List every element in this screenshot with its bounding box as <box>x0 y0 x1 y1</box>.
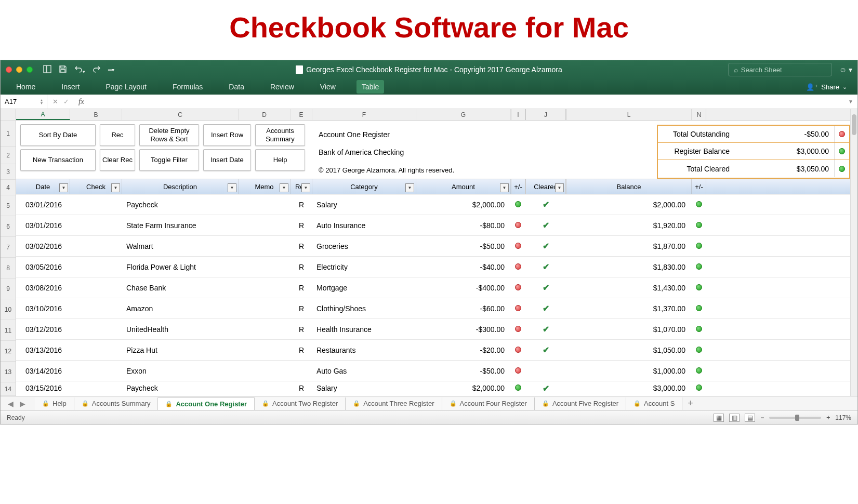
sheet-tab[interactable]: 🔒Account Four Register <box>442 397 535 410</box>
cell-cleared[interactable]: ✔ <box>525 324 566 334</box>
tab-table[interactable]: Table <box>357 80 384 94</box>
insert-row-button[interactable]: Insert Row <box>203 124 251 146</box>
page-layout-view-icon[interactable]: ▥ <box>729 414 740 422</box>
cell-description[interactable]: UnitedHealth <box>122 325 239 334</box>
cell-amount[interactable]: $2,000.00 <box>416 201 511 209</box>
autosave-icon[interactable] <box>43 65 51 75</box>
new-transaction-button[interactable]: New Transaction <box>20 149 96 171</box>
cell-rec[interactable]: R <box>291 325 312 334</box>
add-sheet-button[interactable]: + <box>682 398 698 409</box>
insert-date-button[interactable]: Insert Date <box>203 149 251 171</box>
tab-insert[interactable]: Insert <box>56 80 85 94</box>
sheet-tab[interactable]: 🔒Account Three Register <box>346 397 442 410</box>
table-row[interactable]: 03/05/2016Florida Power & LightRElectric… <box>16 257 850 277</box>
table-row[interactable]: 03/15/2016PaycheckRSalary$2,000.00✔$3,00… <box>16 381 850 395</box>
sheet-tab[interactable]: 🔒Account Five Register <box>535 397 626 410</box>
zoom-level[interactable]: 117% <box>835 414 851 421</box>
col-header[interactable]: G <box>416 109 511 120</box>
row-header[interactable]: 13 <box>1 362 16 382</box>
sheet-tab[interactable]: 🔒Help <box>35 397 74 410</box>
cell-amount[interactable]: -$300.00 <box>416 325 511 334</box>
sheet-tab[interactable]: 🔒Accounts Summary <box>74 397 159 410</box>
filter-icon[interactable]: ▼ <box>111 183 120 192</box>
tab-view[interactable]: View <box>315 80 341 94</box>
qat-customize-icon[interactable]: ═▾ <box>108 67 114 73</box>
cell-date[interactable]: 03/14/2016 <box>16 367 70 375</box>
cell-date[interactable]: 03/12/2016 <box>16 325 70 334</box>
redo-icon[interactable] <box>93 65 101 75</box>
cell-rec[interactable]: R <box>291 242 312 250</box>
col-header[interactable]: A <box>16 109 70 120</box>
filter-icon[interactable]: ▼ <box>280 183 288 192</box>
sheet-tab[interactable]: 🔒Account Two Register <box>255 397 346 410</box>
delete-empty-button[interactable]: Delete Empty Rows & Sort <box>139 124 199 146</box>
tab-data[interactable]: Data <box>223 80 249 94</box>
cell-amount[interactable]: -$50.00 <box>416 242 511 250</box>
row-header[interactable]: 3 <box>1 164 16 180</box>
cell-cleared[interactable]: ✔ <box>525 283 566 293</box>
cell-amount[interactable]: -$50.00 <box>416 367 511 375</box>
tab-nav-next[interactable]: ▶ <box>17 400 29 408</box>
row-header[interactable]: 7 <box>1 237 16 258</box>
table-row[interactable]: 03/08/2016Chase BankRMortgage-$400.00✔$1… <box>16 277 850 298</box>
cell-category[interactable]: Electricity <box>312 263 416 271</box>
cell-rec[interactable]: R <box>291 221 312 230</box>
row-header[interactable]: 9 <box>1 278 16 299</box>
th-rec[interactable]: Rec▼ <box>291 179 312 194</box>
th-cleared[interactable]: Cleared▼ <box>525 179 566 194</box>
help-button[interactable]: Help <box>255 149 305 171</box>
table-row[interactable]: 03/01/2016State Farm InsuranceRAuto Insu… <box>16 215 850 236</box>
cell-amount[interactable]: -$400.00 <box>416 284 511 292</box>
cell-category[interactable]: Mortgage <box>312 284 416 292</box>
select-all-corner[interactable] <box>1 109 16 121</box>
cell-category[interactable]: Auto Gas <box>312 367 416 375</box>
feedback-icon[interactable]: ☺ ▾ <box>839 65 852 74</box>
cell-cleared[interactable]: ✔ <box>525 345 566 355</box>
share-button[interactable]: 👤⁺ Share ⌄ <box>806 83 847 91</box>
clear-rec-button[interactable]: Clear Rec <box>100 149 135 171</box>
cell-category[interactable]: Restaurants <box>312 346 416 354</box>
filter-icon[interactable]: ▼ <box>301 183 310 192</box>
col-header[interactable]: C <box>122 109 239 120</box>
cell-description[interactable]: State Farm Insurance <box>122 221 239 230</box>
th-memo[interactable]: Memo▼ <box>239 179 291 194</box>
col-header[interactable]: I <box>511 109 525 120</box>
cell-rec[interactable]: R <box>291 284 312 292</box>
sort-by-date-button[interactable]: Sort By Date <box>20 124 96 146</box>
name-box-spinner[interactable]: ▴▾ <box>41 99 43 105</box>
cell-category[interactable]: Salary <box>312 201 416 209</box>
table-row[interactable]: 03/13/2016Pizza HutRRestaurants-$20.00✔$… <box>16 340 850 361</box>
cell-category[interactable]: Clothing/Shoes <box>312 304 416 313</box>
cell-date[interactable]: 03/01/2016 <box>16 221 70 230</box>
filter-icon[interactable]: ▼ <box>555 183 564 192</box>
cell-description[interactable]: Amazon <box>122 304 239 313</box>
th-date[interactable]: Date▼ <box>16 179 70 194</box>
cell-rec[interactable]: R <box>291 346 312 354</box>
zoom-in-icon[interactable]: + <box>826 414 830 421</box>
col-header[interactable]: E <box>291 109 312 120</box>
cell-date[interactable]: 03/05/2016 <box>16 263 70 271</box>
cell-rec[interactable]: R <box>291 201 312 209</box>
cell-description[interactable]: Paycheck <box>122 384 239 392</box>
row-header[interactable]: 4 <box>1 180 16 195</box>
cell-cleared[interactable]: ✔ <box>525 200 566 209</box>
cell-category[interactable]: Salary <box>312 384 416 392</box>
cell-description[interactable]: Pizza Hut <box>122 346 239 354</box>
row-header[interactable]: 10 <box>1 299 16 320</box>
cell-date[interactable]: 03/08/2016 <box>16 284 70 292</box>
cell-rec[interactable]: R <box>291 384 312 392</box>
vertical-scrollbar[interactable] <box>850 109 857 396</box>
table-row[interactable]: 03/10/2016AmazonRClothing/Shoes-$60.00✔$… <box>16 298 850 319</box>
normal-view-icon[interactable]: ▦ <box>714 414 724 422</box>
sheet-tab[interactable]: 🔒Account S <box>626 397 682 410</box>
tab-formulas[interactable]: Formulas <box>167 80 208 94</box>
search-input[interactable]: ⌕ Search Sheet <box>728 63 832 76</box>
name-box[interactable]: A17 ▴▾ <box>1 95 47 109</box>
cancel-icon[interactable]: ✕ <box>52 98 58 105</box>
row-header[interactable]: 1 <box>1 121 16 147</box>
col-header[interactable]: N <box>692 109 706 120</box>
cell-cleared[interactable]: ✔ <box>525 241 566 251</box>
row-header[interactable]: 5 <box>1 195 16 216</box>
table-row[interactable]: 03/02/2016WalmartRGroceries-$50.00✔$1,87… <box>16 236 850 257</box>
row-header[interactable]: 8 <box>1 258 16 278</box>
